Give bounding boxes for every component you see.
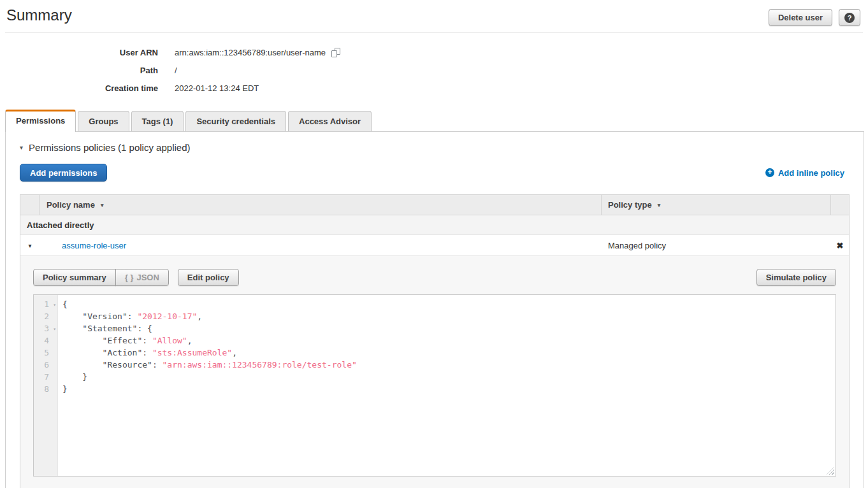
attached-directly-group-row: Attached directly — [20, 215, 849, 234]
row-expander-icon[interactable]: ▾ — [20, 242, 40, 249]
policies-table-header: Policy name ▾ Policy type ▾ — [20, 195, 849, 215]
policies-table: Policy name ▾ Policy type ▾ Attached dir… — [20, 194, 850, 488]
simulate-policy-button[interactable]: Simulate policy — [756, 269, 836, 286]
policy-detail-buttons: Policy summary { } JSON Edit policy Simu… — [33, 269, 836, 286]
help-button[interactable]: ? — [839, 9, 860, 26]
sort-icon: ▾ — [101, 202, 104, 208]
expander-column-header — [20, 195, 40, 215]
editor-gutter: 1▾ 2 3▾ 4 5 6 7 8 — [34, 295, 58, 476]
user-arn-row: User ARN arn:aws:iam::123456789:user/use… — [0, 43, 868, 61]
page-title: Summary — [6, 6, 72, 24]
code-line: } — [62, 383, 357, 395]
header-actions: Delete user ? — [769, 9, 860, 26]
remove-column-header — [831, 195, 849, 215]
tab-tags[interactable]: Tags (1) — [131, 111, 184, 131]
path-row: Path / — [0, 61, 868, 79]
iam-user-summary-page: Summary Delete user ? User ARN arn:aws:i… — [0, 0, 868, 488]
policy-type-column-header[interactable]: Policy type ▾ — [602, 195, 831, 215]
user-arn-value: arn:aws:iam::123456789:user/user-name — [175, 48, 326, 57]
code-line: "Action": "sts:AssumeRole", — [62, 347, 357, 359]
sort-icon: ▾ — [658, 202, 661, 208]
creation-time-value: 2022-01-12 13:24 EDT — [175, 83, 259, 93]
code-line: { — [62, 298, 357, 310]
edit-policy-button[interactable]: Edit policy — [178, 269, 239, 286]
editor-resize-handle[interactable] — [827, 467, 834, 475]
fold-icon[interactable]: ▾ — [53, 323, 56, 335]
tab-permissions[interactable]: Permissions — [5, 110, 76, 132]
add-inline-policy-link[interactable]: + Add inline policy — [765, 168, 844, 178]
header-divider — [5, 32, 863, 32]
code-line: } — [62, 371, 357, 383]
permissions-policies-section-header[interactable]: ▾ Permissions policies (1 policy applied… — [20, 142, 850, 153]
policy-detail-panel: Policy summary { } JSON Edit policy Simu… — [20, 255, 849, 488]
delete-user-button[interactable]: Delete user — [769, 9, 832, 26]
user-details: User ARN arn:aws:iam::123456789:user/use… — [0, 43, 868, 97]
tab-groups[interactable]: Groups — [78, 111, 129, 131]
section-heading: Permissions policies (1 policy applied) — [29, 142, 190, 153]
path-label: Path — [0, 66, 158, 75]
json-policy-editor[interactable]: 1▾ 2 3▾ 4 5 6 7 8 { "Version": "2012-10-… — [33, 294, 836, 477]
policy-row: ▾ assume-role-user Managed policy ✖ — [20, 234, 849, 255]
tab-security-credentials[interactable]: Security credentials — [185, 111, 286, 131]
code-line: "Statement": { — [62, 322, 357, 334]
policy-name-column-header[interactable]: Policy name ▾ — [40, 195, 602, 215]
creation-time-row: Creation time 2022-01-12 13:24 EDT — [0, 79, 868, 97]
remove-policy-icon[interactable]: ✖ — [831, 241, 849, 250]
policy-summary-button[interactable]: Policy summary — [33, 269, 116, 286]
help-icon: ? — [844, 13, 855, 23]
code-line: "Resource": "arn:aws:iam::123456789:role… — [62, 359, 357, 371]
copy-icon[interactable] — [331, 48, 340, 57]
fold-icon[interactable]: ▾ — [53, 299, 56, 311]
json-view-button[interactable]: { } JSON — [115, 269, 169, 286]
user-arn-label: User ARN — [0, 48, 158, 57]
creation-time-label: Creation time — [0, 83, 158, 93]
policy-name-link[interactable]: assume-role-user — [62, 241, 126, 250]
add-permissions-button[interactable]: Add permissions — [20, 164, 107, 182]
code-line: "Version": "2012-10-17", — [62, 310, 357, 322]
permissions-tab-panel: ▾ Permissions policies (1 policy applied… — [5, 131, 864, 488]
policy-actions-row: Add permissions + Add inline policy — [20, 164, 850, 182]
section-collapse-icon: ▾ — [20, 144, 23, 151]
braces-icon: { } — [125, 273, 134, 282]
tab-access-advisor[interactable]: Access Advisor — [288, 111, 372, 131]
code-line: "Effect": "Allow", — [62, 334, 357, 347]
editor-code: { "Version": "2012-10-17", "Statement": … — [58, 295, 357, 476]
tab-bar: Permissions Groups Tags (1) Security cre… — [5, 110, 864, 131]
add-inline-policy-label: Add inline policy — [778, 168, 844, 178]
policy-type-value: Managed policy — [602, 241, 831, 250]
page-header: Summary Delete user ? — [0, 0, 868, 26]
plus-icon: + — [765, 168, 774, 177]
path-value: / — [175, 66, 177, 75]
